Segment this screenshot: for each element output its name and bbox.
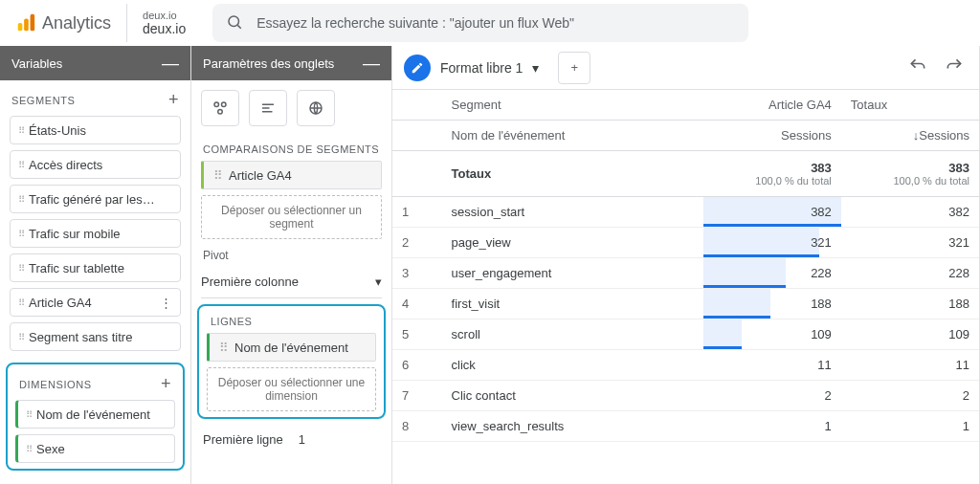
svg-point-7 bbox=[218, 110, 223, 115]
search-input[interactable] bbox=[256, 15, 735, 31]
segment-chip[interactable]: ⠿Article GA4⋮ bbox=[10, 288, 181, 317]
chevron-down-icon[interactable]: ▾ bbox=[532, 60, 539, 76]
tab-settings-title: Paramètres des onglets bbox=[203, 56, 334, 71]
top-bar: Analytics deux.io deux.io bbox=[0, 0, 980, 46]
svg-rect-10 bbox=[262, 111, 273, 113]
first-line-row: Première ligne 1 bbox=[191, 425, 391, 454]
collapse-variables-button[interactable]: — bbox=[162, 54, 179, 74]
tab-bar: Format libre 1 ▾ + bbox=[392, 46, 979, 90]
viz-bar-button[interactable] bbox=[249, 90, 287, 126]
svg-point-6 bbox=[222, 102, 227, 107]
edit-tab-icon[interactable] bbox=[404, 55, 431, 81]
pivot-label: Pivot bbox=[191, 239, 391, 266]
col-segment-label: Segment bbox=[442, 90, 703, 121]
workspace: Variables — SEGMENTS + ⠿États-Unis ⠿Accè… bbox=[0, 46, 980, 484]
tab-settings-panel: Paramètres des onglets — COMPARAISONS DE… bbox=[191, 46, 392, 484]
add-dimension-button[interactable]: + bbox=[161, 374, 171, 394]
svg-point-3 bbox=[229, 16, 239, 27]
table-row[interactable]: 3user_engagement228228 bbox=[392, 258, 979, 289]
svg-rect-2 bbox=[31, 14, 35, 31]
drop-dimension-zone[interactable]: Déposer ou sélectionner une dimension bbox=[207, 367, 376, 411]
add-segment-button[interactable]: + bbox=[168, 90, 179, 110]
svg-point-5 bbox=[214, 102, 219, 107]
product-name: Analytics bbox=[42, 13, 111, 33]
dimension-chip[interactable]: ⠿Sexe bbox=[15, 434, 175, 463]
tab-settings-header: Paramètres des onglets — bbox=[191, 46, 391, 80]
table-row[interactable]: 5scroll109109 bbox=[392, 319, 979, 350]
analytics-icon bbox=[15, 12, 36, 33]
variables-panel: Variables — SEGMENTS + ⠿États-Unis ⠿Accè… bbox=[0, 46, 191, 484]
viz-geo-button[interactable] bbox=[297, 90, 335, 126]
segments-section-title: SEGMENTS + bbox=[0, 80, 190, 116]
redo-button[interactable] bbox=[941, 53, 968, 82]
totals-row: Totaux 383100,0 % du total 383100,0 % du… bbox=[392, 151, 979, 197]
col-totals: Totaux bbox=[841, 90, 979, 121]
col-dimension[interactable]: Nom de l'événement bbox=[442, 121, 703, 151]
first-line-label: Première ligne bbox=[203, 432, 283, 447]
property-account: deux.io bbox=[143, 10, 186, 21]
table-row[interactable]: 8view_search_results11 bbox=[392, 411, 979, 442]
chevron-down-icon: ▾ bbox=[375, 275, 382, 289]
active-tab[interactable]: Format libre 1 ▾ bbox=[440, 60, 539, 76]
table-row[interactable]: 2page_view321321 bbox=[392, 228, 979, 258]
first-line-value[interactable]: 1 bbox=[299, 432, 305, 447]
pivot-select[interactable]: Première colonne ▾ bbox=[201, 266, 382, 298]
lines-label: LIGNES bbox=[203, 312, 380, 333]
property-selector[interactable]: deux.io deux.io bbox=[126, 4, 201, 42]
product-logo[interactable]: Analytics bbox=[8, 12, 119, 33]
svg-rect-0 bbox=[18, 23, 23, 31]
segment-chip[interactable]: ⠿Accès directs bbox=[10, 150, 181, 179]
property-name: deux.io bbox=[143, 21, 186, 36]
variables-header: Variables — bbox=[0, 46, 190, 80]
table-row[interactable]: 7Clic contact22 bbox=[392, 381, 979, 411]
segment-chip[interactable]: ⠿Trafic sur mobile bbox=[10, 219, 181, 248]
variables-title: Variables bbox=[11, 56, 62, 71]
viz-free-form-button[interactable] bbox=[201, 90, 239, 126]
table-row[interactable]: 6click1111 bbox=[392, 350, 979, 381]
compare-label: COMPARAISONS DE SEGMENTS bbox=[191, 136, 391, 161]
svg-rect-9 bbox=[262, 107, 270, 109]
col-segment-value: Article GA4 bbox=[703, 90, 841, 121]
col-metric[interactable]: Sessions bbox=[703, 121, 841, 151]
dimension-chip[interactable]: ⠿Nom de l'événement bbox=[15, 400, 175, 429]
viz-type-bar bbox=[191, 80, 391, 136]
table-row[interactable]: 1session_start382382 bbox=[392, 197, 979, 228]
search-bar[interactable] bbox=[212, 4, 748, 42]
segment-chip[interactable]: ⠿Segment sans titre bbox=[10, 322, 181, 351]
col-sort-metric[interactable]: ↓Sessions bbox=[841, 121, 979, 151]
data-table: Segment Article GA4 Totaux Nom de l'évén… bbox=[392, 90, 979, 442]
lines-highlight-box: LIGNES ⠿Nom de l'événement Déposer ou sé… bbox=[197, 304, 386, 419]
add-tab-button[interactable]: + bbox=[558, 52, 590, 84]
segment-chip[interactable]: ⠿Trafic sur tablette bbox=[10, 253, 181, 282]
segment-chip[interactable]: ⠿Trafic généré par les… bbox=[10, 185, 181, 213]
segment-chip[interactable]: ⠿États-Unis bbox=[10, 116, 181, 144]
lines-dimension-pill[interactable]: ⠿Nom de l'événement bbox=[207, 333, 376, 362]
collapse-tab-settings-button[interactable]: — bbox=[363, 54, 380, 74]
exploration-canvas: Format libre 1 ▾ + Segment Article GA4 T… bbox=[392, 46, 980, 484]
undo-button[interactable] bbox=[904, 53, 931, 82]
drop-segment-zone[interactable]: Déposer ou sélectionner un segment bbox=[201, 195, 382, 239]
dimensions-section-title: DIMENSIONS + bbox=[11, 370, 179, 400]
svg-line-4 bbox=[238, 25, 241, 28]
segments-list: ⠿États-Unis ⠿Accès directs ⠿Trafic génér… bbox=[0, 116, 190, 357]
segment-more-icon[interactable]: ⋮ bbox=[160, 296, 172, 310]
dimensions-highlight-box: DIMENSIONS + ⠿Nom de l'événement ⠿Sexe bbox=[6, 363, 185, 471]
search-icon bbox=[226, 13, 243, 33]
svg-rect-1 bbox=[24, 18, 29, 31]
compare-segment-pill[interactable]: ⠿Article GA4 bbox=[201, 161, 382, 189]
table-row[interactable]: 4first_visit188188 bbox=[392, 289, 979, 319]
svg-rect-8 bbox=[262, 104, 274, 106]
